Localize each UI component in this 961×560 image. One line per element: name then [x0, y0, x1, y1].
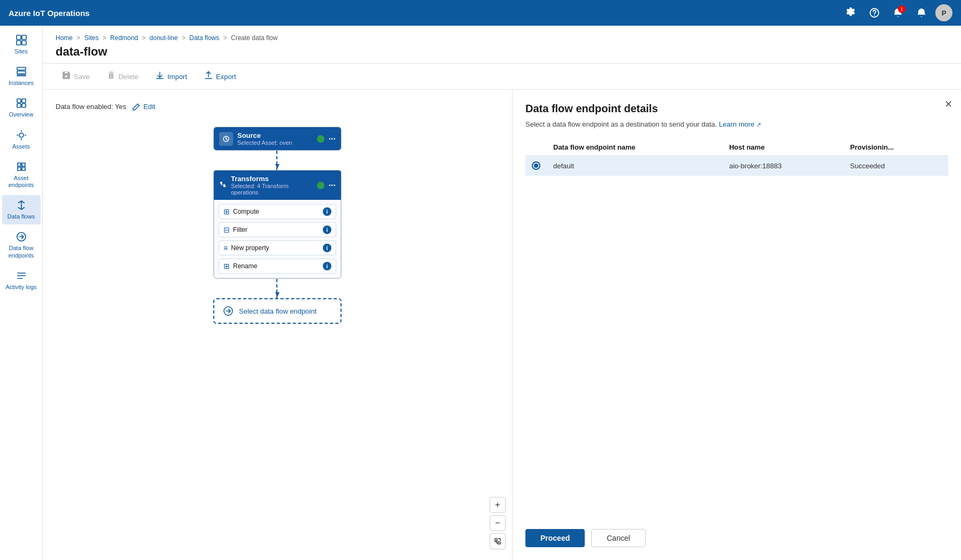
source-node[interactable]: Source Selected Asset: oven ···	[213, 127, 342, 151]
sidebar-item-sites[interactable]: Sites	[2, 30, 41, 59]
svg-rect-9	[22, 99, 26, 103]
user-avatar[interactable]: P	[935, 4, 952, 21]
data-flow-endpoints-label: Data flow endpoints	[4, 245, 38, 259]
zoom-out-button[interactable]: −	[490, 515, 506, 531]
transforms-node[interactable]: Transforms Selected: 4 Transform operati…	[213, 170, 342, 279]
export-button[interactable]: Export	[198, 68, 243, 85]
transform-rename[interactable]: ⊞ Rename i	[219, 259, 336, 274]
row-host: aio-broker:18883	[723, 156, 843, 176]
panel-footer: Proceed Cancel	[525, 518, 948, 547]
transform-filter[interactable]: ⊟ Filter i	[219, 222, 336, 237]
sites-icon	[15, 34, 27, 46]
select-endpoint-label: Select data flow endpoint	[239, 307, 316, 315]
data-flows-label: Data flows	[7, 213, 35, 220]
settings-button[interactable]	[841, 3, 861, 22]
overview-icon	[15, 97, 27, 109]
sidebar-item-instances[interactable]: Instances	[2, 61, 41, 91]
row-radio-cell[interactable]	[525, 156, 547, 176]
edit-button[interactable]: Edit	[133, 103, 155, 111]
proceed-button[interactable]: Proceed	[525, 529, 585, 547]
transform-new-property[interactable]: ≡ New property i	[219, 240, 336, 255]
toolbar: Save Delete Import Export	[43, 64, 961, 90]
svg-rect-5	[17, 67, 26, 70]
radio-button[interactable]	[532, 161, 540, 170]
filter-icon: ⊟	[223, 225, 230, 234]
flow-panel: Data flow enabled: Yes Edit	[43, 90, 512, 560]
svg-rect-2	[22, 35, 26, 40]
help-button[interactable]	[865, 3, 884, 22]
source-title: Source	[237, 131, 313, 139]
filter-info-button[interactable]: i	[323, 225, 331, 234]
settings-icon	[846, 7, 856, 18]
notification-button[interactable]: 1	[888, 3, 908, 22]
breadcrumb-donut-line[interactable]: donut-line	[150, 34, 178, 42]
sites-label: Sites	[14, 48, 27, 55]
svg-rect-8	[17, 99, 21, 103]
instances-icon	[15, 66, 27, 77]
col-radio	[525, 139, 547, 156]
compute-info-button[interactable]: i	[323, 207, 331, 216]
sidebar-item-activity-logs[interactable]: Activity logs	[2, 266, 41, 295]
endpoint-table: Data flow endpoint name Host name Provis…	[525, 139, 948, 176]
assets-label: Assets	[12, 143, 30, 150]
endpoint-details-panel: ✕ Data flow endpoint details Select a da…	[512, 90, 961, 560]
breadcrumb-data-flows[interactable]: Data flows	[189, 34, 219, 42]
help-icon	[869, 7, 880, 18]
page-title: data-flow	[56, 45, 948, 59]
svg-rect-11	[22, 104, 26, 107]
svg-rect-3	[17, 41, 21, 45]
delete-button[interactable]: Delete	[100, 68, 145, 85]
compute-icon: ⊞	[223, 207, 230, 216]
learn-more-link[interactable]: Learn more	[719, 120, 754, 128]
svg-rect-15	[220, 182, 222, 184]
alert-button[interactable]	[912, 3, 931, 22]
filter-label: Filter	[233, 226, 320, 234]
breadcrumb-sites[interactable]: Sites	[84, 34, 99, 42]
sidebar-item-data-flows[interactable]: Data flows	[2, 195, 41, 224]
sidebar-item-asset-endpoints[interactable]: Asset endpoints	[2, 157, 41, 193]
rename-info-button[interactable]: i	[323, 262, 331, 270]
flow-container: Source Selected Asset: oven ··· ▼	[56, 121, 499, 324]
edit-label: Edit	[143, 103, 155, 111]
sidebar-item-assets[interactable]: Assets	[2, 125, 41, 154]
edit-icon	[133, 103, 140, 111]
breadcrumb-current: Create data flow	[231, 34, 277, 42]
import-button[interactable]: Import	[149, 68, 193, 85]
save-button[interactable]: Save	[56, 68, 96, 85]
main-content: Home > Sites > Redmond > donut-line > Da…	[43, 26, 961, 560]
overview-label: Overview	[9, 111, 34, 118]
svg-rect-10	[17, 104, 21, 107]
source-subtitle: Selected Asset: oven	[237, 139, 313, 146]
new-property-info-button[interactable]: i	[323, 244, 331, 252]
zoom-reset-button[interactable]	[490, 533, 506, 549]
row-status: Succeeded	[844, 156, 949, 176]
table-row[interactable]: default aio-broker:18883 Succeeded	[525, 156, 948, 176]
transforms-more-button[interactable]: ···	[329, 181, 336, 190]
breadcrumb: Home > Sites > Redmond > donut-line > Da…	[56, 34, 948, 42]
import-label: Import	[167, 73, 187, 81]
flow-enabled-bar: Data flow enabled: Yes Edit	[56, 103, 499, 111]
data-flow-endpoints-icon	[15, 231, 27, 243]
col-name: Data flow endpoint name	[547, 139, 723, 156]
sidebar: Sites Instances Overview Assets Asset en…	[0, 26, 43, 560]
row-name: default	[547, 156, 723, 176]
breadcrumb-home[interactable]: Home	[56, 34, 73, 42]
breadcrumb-redmond[interactable]: Redmond	[110, 34, 138, 42]
cancel-button[interactable]: Cancel	[591, 529, 646, 547]
transform-compute[interactable]: ⊞ Compute i	[219, 204, 336, 219]
sidebar-item-data-flow-endpoints[interactable]: Data flow endpoints	[2, 227, 41, 263]
zoom-controls: + −	[490, 497, 506, 549]
zoom-in-button[interactable]: +	[490, 497, 506, 513]
panel-close-button[interactable]: ✕	[944, 98, 952, 110]
source-more-button[interactable]: ···	[329, 134, 336, 144]
transforms-subtitle: Selected: 4 Transform operations	[231, 183, 313, 196]
notification-badge: 1	[898, 5, 905, 13]
svg-point-12	[19, 133, 24, 137]
export-icon	[204, 71, 213, 82]
data-flows-icon	[15, 199, 27, 211]
select-endpoint-node[interactable]: Select data flow endpoint	[213, 298, 342, 324]
delete-label: Delete	[119, 73, 139, 81]
source-node-icon	[219, 132, 233, 146]
sidebar-item-overview[interactable]: Overview	[2, 93, 41, 122]
import-icon	[156, 71, 164, 82]
